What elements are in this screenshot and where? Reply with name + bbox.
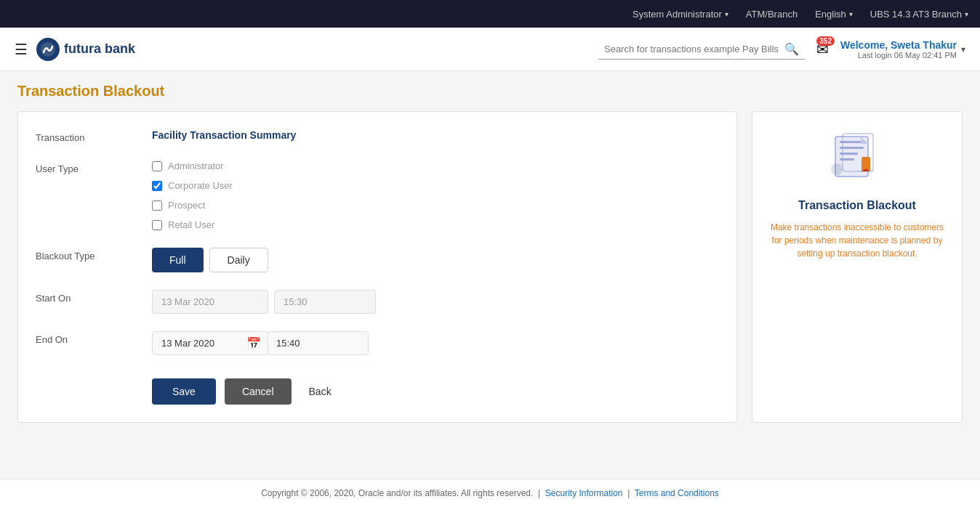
retail-user-checkbox[interactable] [152,220,162,230]
user-chevron-icon[interactable]: ▾ [961,44,965,54]
logo[interactable]: futura bank [36,38,135,61]
info-card-desc: Make transactions inaccessible to custom… [767,221,947,260]
end-on-row: End On 📅 [36,331,719,355]
admin-label: System Administrator [632,9,722,20]
end-on-inputs: 📅 [152,331,719,355]
blackout-type-row: Blackout Type Full Daily [36,248,719,272]
prospect-label: Prospect [168,200,205,211]
atm-branch-link[interactable]: ATM/Branch [746,9,798,20]
transaction-label: Transaction [36,129,152,143]
start-time-input[interactable] [274,290,376,314]
user-info: Welcome, Sweta Thakur Last login 06 May … [840,39,957,60]
header-right: 🔍 ✉ 352 Welcome, Sweta Thakur Last login… [598,39,965,60]
svg-rect-5 [840,158,854,161]
form-card: Transaction Facility Transaction Summary… [17,111,737,423]
last-login: Last login 06 May 02:41 PM [858,51,957,60]
action-buttons: Save Cancel Back [152,373,719,405]
prospect-checkbox[interactable] [152,200,162,211]
checkbox-prospect[interactable]: Prospect [152,200,719,211]
end-on-label: End On [36,331,152,345]
end-date-time-row: 📅 [152,331,719,355]
svg-point-10 [831,163,843,175]
system-administrator-menu[interactable]: System Administrator ▾ [632,9,728,20]
page-title: Transaction Blackout [17,83,963,100]
terms-conditions-link[interactable]: Terms and Conditions [635,488,719,498]
action-spacer [36,373,152,376]
mail-icon-wrap[interactable]: ✉ 352 [816,41,829,58]
svg-rect-3 [840,147,864,149]
branch-menu[interactable]: UBS 14.3 AT3 Branch ▾ [870,9,968,20]
blackout-type-buttons: Full Daily [152,248,719,272]
transaction-value-wrap: Facility Transaction Summary [152,129,719,141]
svg-rect-2 [840,141,864,143]
checkbox-corporate-user[interactable]: Corporate User [152,180,719,191]
info-card-title: Transaction Blackout [798,199,916,212]
end-date-wrap: 📅 [152,331,261,355]
mail-badge: 352 [816,36,835,46]
user-type-row: User Type Administrator Corporate User P… [36,161,719,230]
info-card: Transaction Blackout Make transactions i… [752,111,963,423]
logo-text: futura bank [64,41,135,57]
transaction-value: Facility Transaction Summary [152,129,296,141]
user-menu[interactable]: Welcome, Sweta Thakur Last login 06 May … [840,39,965,60]
checkbox-list: Administrator Corporate User Prospect Re… [152,161,719,230]
blackout-type-label: Blackout Type [36,248,152,261]
branch-label: UBS 14.3 AT3 Branch [870,9,962,20]
search-icon[interactable]: 🔍 [784,42,799,56]
transaction-row: Transaction Facility Transaction Summary [36,129,719,143]
main-content: Transaction Facility Transaction Summary… [0,105,980,434]
cancel-button[interactable]: Cancel [225,378,292,405]
search-bar[interactable]: 🔍 [598,39,805,60]
action-buttons-row: Save Cancel Back [36,373,719,405]
start-date-input[interactable] [152,290,268,314]
end-time-input[interactable] [267,331,369,355]
corporate-user-checkbox[interactable] [152,181,162,191]
language-chevron-icon: ▾ [849,10,853,18]
action-btn-group: Save Cancel Back [152,378,719,405]
calendar-icon[interactable]: 📅 [246,336,261,350]
user-type-checkboxes: Administrator Corporate User Prospect Re… [152,161,719,230]
checkbox-administrator[interactable]: Administrator [152,161,719,171]
retail-user-label: Retail User [168,219,214,230]
blackout-full-button[interactable]: Full [152,248,204,272]
user-type-label: User Type [36,161,152,174]
copyright-text: Copyright © 2006, 2020, Oracle and/or it… [261,488,533,498]
atm-label: ATM/Branch [746,9,798,20]
security-information-link[interactable]: Security Information [545,488,623,498]
start-date-time-row [152,290,719,314]
admin-chevron-icon: ▾ [725,10,728,18]
start-on-row: Start On [36,290,719,314]
back-button[interactable]: Back [300,378,340,405]
top-bar: System Administrator ▾ ATM/Branch Englis… [0,0,980,28]
administrator-checkbox[interactable] [152,161,162,171]
footer: Copyright © 2006, 2020, Oracle and/or it… [0,479,980,507]
info-illustration [821,129,893,187]
checkbox-retail-user[interactable]: Retail User [152,219,719,230]
save-button[interactable]: Save [152,378,216,405]
administrator-label: Administrator [168,161,224,171]
start-on-label: Start On [36,290,152,304]
start-on-inputs [152,290,719,314]
blackout-btn-group: Full Daily [152,248,719,272]
search-input[interactable] [604,44,779,54]
welcome-text: Welcome, Sweta Thakur [840,39,957,51]
header: ☰ futura bank 🔍 ✉ 352 Welcome, Sweta Tha… [0,28,980,71]
corporate-user-label: Corporate User [168,180,233,191]
blackout-daily-button[interactable]: Daily [209,248,268,272]
logo-icon [36,38,60,61]
language-menu[interactable]: English ▾ [815,9,853,20]
hamburger-icon[interactable]: ☰ [15,41,28,58]
language-label: English [815,9,846,20]
branch-chevron-icon: ▾ [965,10,968,18]
page-title-bar: Transaction Blackout [0,71,980,105]
